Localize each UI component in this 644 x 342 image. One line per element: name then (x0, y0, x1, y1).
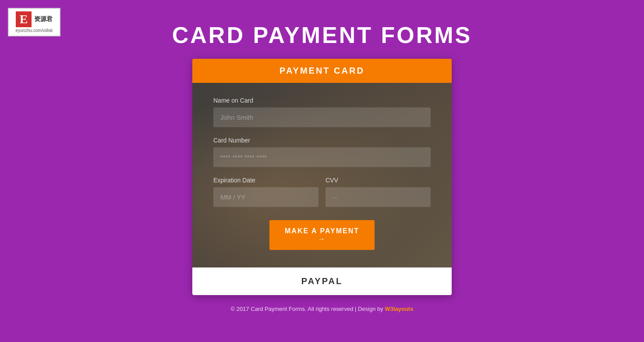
logo-area: E 资源君 eyunzhu.com/vdisk (8, 8, 60, 36)
cvv-input[interactable] (326, 187, 431, 207)
page-title: CARD PAYMENT FORMS (172, 22, 472, 48)
name-on-card-label: Name on Card (213, 97, 431, 104)
cvv-label: CVV (326, 177, 431, 184)
logo-chinese-text: 资源君 (34, 15, 53, 23)
card-header-title: PAYMENT CARD (280, 66, 364, 75)
page-footer: © 2017 Card Payment Forms. All rights re… (231, 306, 414, 312)
card-footer[interactable]: PAYPAL (192, 267, 452, 295)
card-header: PAYMENT CARD (192, 59, 452, 83)
cvv-group: CVV (326, 177, 431, 207)
footer-copyright: © 2017 Card Payment Forms. All rights re… (231, 306, 385, 312)
footer-link[interactable]: W3layouts (385, 306, 413, 312)
expiration-label: Expiration Date (213, 177, 318, 184)
card-number-group: Card Number (213, 137, 431, 167)
logo-url: eyunzhu.com/vdisk (15, 28, 53, 33)
make-payment-button[interactable]: MAKE A PAYMENT → (269, 220, 375, 250)
logo-letter: E (16, 11, 32, 27)
card-number-label: Card Number (213, 137, 431, 144)
expiration-group: Expiration Date (213, 177, 318, 207)
paypal-tab-label: PAYPAL (301, 276, 343, 286)
card-number-input[interactable] (213, 147, 431, 167)
payment-card-container: PAYMENT CARD Name on Card Card Number Ex… (192, 59, 452, 295)
name-on-card-group: Name on Card (213, 97, 431, 127)
expiration-input[interactable] (213, 187, 318, 207)
card-body: Name on Card Card Number Expiration Date… (192, 83, 452, 267)
logo-box: E 资源君 eyunzhu.com/vdisk (8, 8, 60, 36)
name-on-card-input[interactable] (213, 107, 431, 127)
expiry-cvv-row: Expiration Date CVV (213, 177, 431, 217)
